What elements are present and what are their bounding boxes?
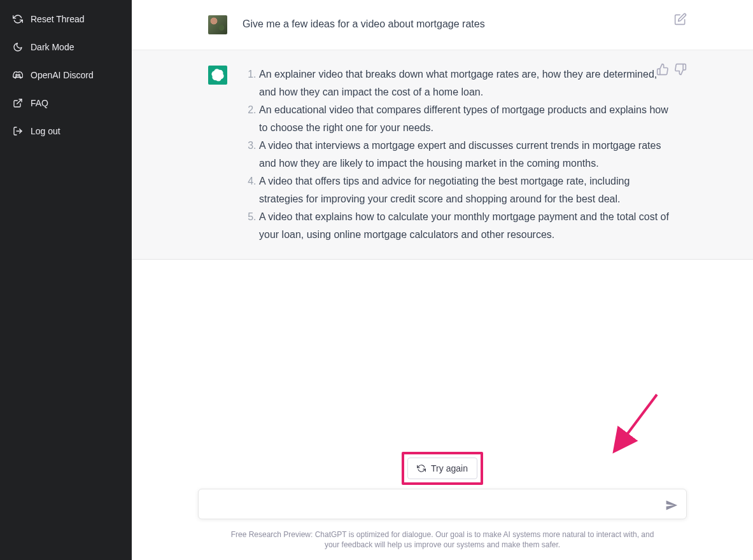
thumbs-down-icon[interactable]	[674, 63, 687, 76]
assistant-message-row: An explainer video that breaks down what…	[132, 50, 753, 260]
edit-icon[interactable]	[674, 13, 687, 25]
list-item: A video that interviews a mortgage exper…	[259, 137, 677, 172]
sidebar-item-label: Log out	[31, 126, 60, 136]
messages-scroll: Give me a few ideas for a video about mo…	[132, 0, 753, 452]
composer-area: Try again Free Research Preview: ChatGPT…	[132, 452, 753, 560]
send-button[interactable]	[664, 498, 679, 513]
user-message-text: Give me a few ideas for a video about mo…	[243, 15, 677, 34]
main-panel: Give me a few ideas for a video about mo…	[132, 0, 753, 560]
sidebar-item-label: OpenAI Discord	[31, 70, 94, 80]
sidebar-item-label: Reset Thread	[31, 14, 85, 24]
user-avatar	[208, 15, 227, 34]
list-item: A video that offers tips and advice for …	[259, 172, 677, 208]
external-link-icon	[13, 98, 23, 108]
thumbs-up-icon[interactable]	[656, 63, 669, 76]
refresh-icon	[13, 14, 23, 24]
assistant-message-text: An explainer video that breaks down what…	[243, 66, 677, 244]
try-again-button[interactable]: Try again	[407, 458, 477, 479]
chat-input[interactable]	[198, 489, 687, 519]
sidebar-item-logout[interactable]: Log out	[5, 117, 127, 145]
footer-disclaimer: Free Research Preview: ChatGPT is optimi…	[198, 529, 687, 550]
list-item: An educational video that compares diffe…	[259, 101, 677, 137]
try-again-label: Try again	[431, 463, 468, 473]
sidebar-item-faq[interactable]: FAQ	[5, 89, 127, 117]
list-item: A video that explains how to calculate y…	[259, 208, 677, 244]
moon-icon	[13, 42, 23, 52]
sidebar-item-label: FAQ	[31, 98, 48, 108]
discord-icon	[13, 70, 23, 80]
sidebar-item-discord[interactable]: OpenAI Discord	[5, 61, 127, 89]
list-item: An explainer video that breaks down what…	[259, 66, 677, 101]
sidebar-item-label: Dark Mode	[31, 42, 74, 52]
sidebar-item-dark-mode[interactable]: Dark Mode	[5, 33, 127, 61]
assistant-avatar	[208, 66, 227, 85]
sidebar-item-reset-thread[interactable]: Reset Thread	[5, 5, 127, 33]
logout-icon	[13, 126, 23, 136]
try-again-highlight: Try again	[402, 452, 483, 485]
sidebar: Reset Thread Dark Mode OpenAI Discord FA…	[0, 0, 132, 560]
svg-line-0	[17, 99, 22, 104]
user-message-row: Give me a few ideas for a video about mo…	[132, 0, 753, 50]
